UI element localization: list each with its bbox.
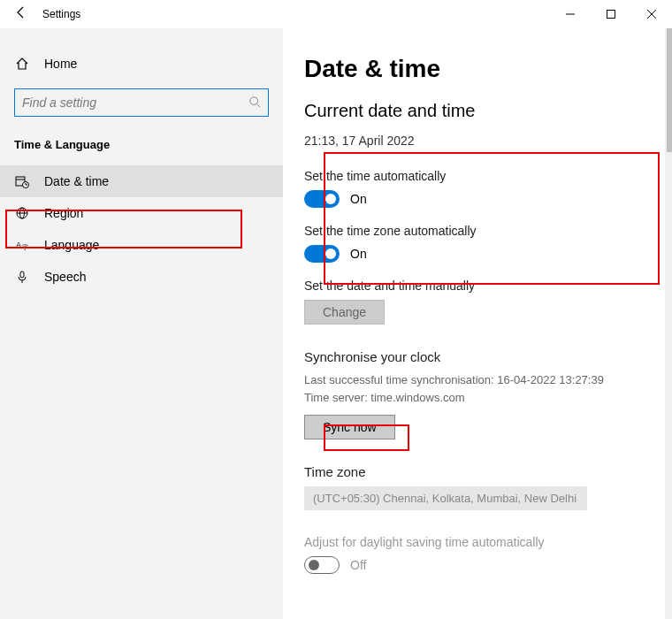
microphone-icon <box>14 270 30 284</box>
dst-state: Off <box>350 558 366 572</box>
sidebar-item-speech[interactable]: Speech <box>0 261 283 293</box>
svg-text:字: 字 <box>22 244 28 250</box>
sync-now-button[interactable]: Sync now <box>304 415 395 439</box>
sync-heading: Synchronise your clock <box>304 349 651 364</box>
auto-tz-toggle[interactable] <box>304 245 340 263</box>
titlebar: Settings <box>0 0 672 28</box>
sidebar-item-label: Language <box>44 238 99 252</box>
sidebar-item-label: Speech <box>44 270 86 284</box>
close-button[interactable] <box>631 0 672 28</box>
calendar-clock-icon <box>14 174 30 188</box>
manual-datetime-label: Set the date and time manually <box>304 279 651 293</box>
auto-tz-state: On <box>350 247 367 261</box>
scrollbar-thumb[interactable] <box>667 28 672 152</box>
window-title: Settings <box>42 8 80 20</box>
home-icon <box>14 57 30 71</box>
sidebar-section-label: Time & Language <box>0 138 283 165</box>
timezone-heading: Time zone <box>304 464 651 479</box>
sidebar-item-label: Date & time <box>44 174 109 188</box>
globe-icon <box>14 206 30 220</box>
svg-rect-16 <box>20 271 24 278</box>
timezone-select[interactable]: (UTC+05:30) Chennai, Kolkata, Mumbai, Ne… <box>304 486 587 510</box>
current-datetime-value: 21:13, 17 April 2022 <box>304 134 651 148</box>
auto-time-state: On <box>350 192 367 206</box>
search-input[interactable] <box>22 96 248 110</box>
svg-point-4 <box>250 96 258 104</box>
sidebar-item-region[interactable]: Region <box>0 197 283 229</box>
page-title: Date & time <box>304 55 651 83</box>
dst-label: Adjust for daylight saving time automati… <box>304 535 651 549</box>
sidebar-item-label: Region <box>44 206 83 220</box>
main-content: Date & time Current date and time 21:13,… <box>283 28 672 619</box>
sidebar: Home Time & Language Date & time Region … <box>0 28 283 619</box>
search-icon <box>248 96 261 111</box>
svg-line-5 <box>257 103 261 107</box>
search-input-container[interactable] <box>14 88 269 117</box>
sync-server-info: Time server: time.windows.com <box>304 389 651 407</box>
back-button[interactable] <box>0 5 42 23</box>
change-button[interactable]: Change <box>304 300 385 325</box>
auto-time-toggle[interactable] <box>304 190 340 208</box>
maximize-button[interactable] <box>591 0 631 28</box>
nav-home-label: Home <box>44 57 77 71</box>
minimize-button[interactable] <box>550 0 591 28</box>
sync-last-info: Last successful time synchronisation: 16… <box>304 371 651 389</box>
auto-time-label: Set the time automatically <box>304 169 651 183</box>
svg-text:A: A <box>16 241 21 249</box>
sidebar-item-language[interactable]: A字 Language <box>0 229 283 261</box>
dst-toggle <box>304 556 340 574</box>
language-icon: A字 <box>14 238 30 252</box>
section-current-datetime: Current date and time <box>304 101 651 121</box>
auto-tz-label: Set the time zone automatically <box>304 224 651 238</box>
svg-rect-1 <box>607 11 615 19</box>
nav-home[interactable]: Home <box>0 50 283 78</box>
sidebar-item-date-time[interactable]: Date & time <box>0 165 283 197</box>
